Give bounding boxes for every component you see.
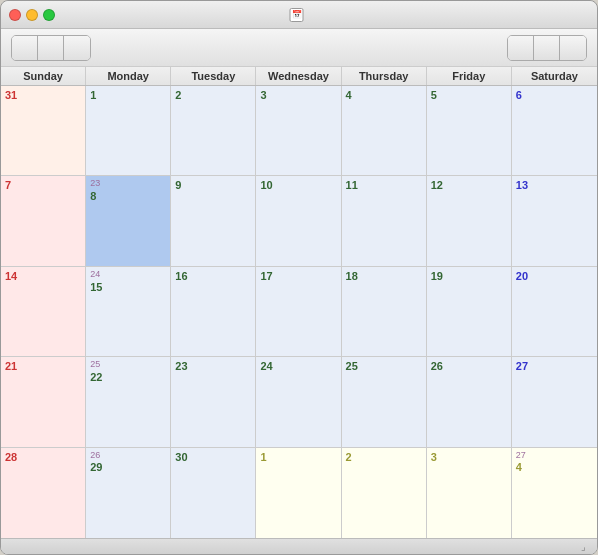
day-number: 15: [90, 280, 166, 295]
day-cell-w3-d1[interactable]: 2522: [86, 357, 171, 446]
day-cell-w0-d4[interactable]: 4: [342, 86, 427, 175]
day-cell-w3-d6[interactable]: 27: [512, 357, 597, 446]
day-number: 28: [5, 450, 81, 465]
week-number: 26: [90, 450, 166, 461]
day-cell-w1-d3[interactable]: 10: [256, 176, 341, 265]
day-cell-w0-d5[interactable]: 5: [427, 86, 512, 175]
day-number: 21: [5, 359, 81, 374]
day-number: 2: [175, 88, 251, 103]
day-cell-w1-d0[interactable]: 7: [1, 176, 86, 265]
day-number: 16: [175, 269, 251, 284]
day-number: 27: [516, 359, 593, 374]
nav-group: [11, 35, 91, 61]
day-number: 25: [346, 359, 422, 374]
header-wednesday: Wednesday: [256, 67, 341, 85]
resize-corner[interactable]: ⌟: [581, 541, 593, 553]
view-buttons: [507, 35, 587, 61]
day-cell-w1-d4[interactable]: 11: [342, 176, 427, 265]
day-number: 18: [346, 269, 422, 284]
day-number: 4: [516, 460, 593, 475]
calendar-window: 📅 Sunday Monday Tuesday Wednesday Thursd…: [0, 0, 598, 555]
calendar-body: 3112345672389101112131424151617181920212…: [1, 86, 597, 538]
close-button[interactable]: [9, 9, 21, 21]
day-cell-w2-d0[interactable]: 14: [1, 267, 86, 356]
day-view-button[interactable]: [560, 36, 586, 60]
week-number: 23: [90, 178, 166, 189]
day-cell-w4-d1[interactable]: 2629: [86, 448, 171, 538]
day-cell-w0-d3[interactable]: 3: [256, 86, 341, 175]
day-number: 22: [90, 370, 166, 385]
week-row-2: 1424151617181920: [1, 267, 597, 357]
day-cell-w2-d4[interactable]: 18: [342, 267, 427, 356]
day-cell-w4-d5[interactable]: 3: [427, 448, 512, 538]
day-cell-w0-d0[interactable]: 31: [1, 86, 86, 175]
day-cell-w4-d2[interactable]: 30: [171, 448, 256, 538]
statusbar: ⌟: [1, 538, 597, 554]
day-cell-w3-d5[interactable]: 26: [427, 357, 512, 446]
minimize-button[interactable]: [26, 9, 38, 21]
day-number: 11: [346, 178, 422, 193]
header-monday: Monday: [86, 67, 171, 85]
day-cell-w4-d4[interactable]: 2: [342, 448, 427, 538]
day-number: 24: [260, 359, 336, 374]
calendar-icon: 📅: [290, 8, 304, 22]
day-cell-w1-d6[interactable]: 13: [512, 176, 597, 265]
maximize-button[interactable]: [43, 9, 55, 21]
day-cell-w1-d1[interactable]: 238: [86, 176, 171, 265]
toolbar: [1, 29, 597, 67]
week-number: 24: [90, 269, 166, 280]
day-cell-w2-d2[interactable]: 16: [171, 267, 256, 356]
week-row-0: 31123456: [1, 86, 597, 176]
day-cell-w1-d5[interactable]: 12: [427, 176, 512, 265]
day-number: 17: [260, 269, 336, 284]
header-tuesday: Tuesday: [171, 67, 256, 85]
header-sunday: Sunday: [1, 67, 86, 85]
day-cell-w3-d3[interactable]: 24: [256, 357, 341, 446]
header-saturday: Saturday: [512, 67, 597, 85]
day-cell-w4-d3[interactable]: 1: [256, 448, 341, 538]
next-button[interactable]: [64, 36, 90, 60]
day-cell-w0-d2[interactable]: 2: [171, 86, 256, 175]
day-cell-w4-d6[interactable]: 274: [512, 448, 597, 538]
day-cell-w2-d5[interactable]: 19: [427, 267, 512, 356]
day-cell-w4-d0[interactable]: 28: [1, 448, 86, 538]
day-number: 23: [175, 359, 251, 374]
day-number: 10: [260, 178, 336, 193]
week-row-4: 28262930123274: [1, 448, 597, 538]
day-cell-w2-d6[interactable]: 20: [512, 267, 597, 356]
week-number: 27: [516, 450, 593, 461]
day-number: 4: [346, 88, 422, 103]
day-number: 1: [90, 88, 166, 103]
titlebar: 📅: [1, 1, 597, 29]
day-cell-w2-d3[interactable]: 17: [256, 267, 341, 356]
day-number: 26: [431, 359, 507, 374]
day-cell-w3-d2[interactable]: 23: [171, 357, 256, 446]
week-view-button[interactable]: [534, 36, 560, 60]
window-title: 📅: [290, 8, 309, 22]
day-number: 9: [175, 178, 251, 193]
day-cell-w1-d2[interactable]: 9: [171, 176, 256, 265]
day-cell-w0-d6[interactable]: 6: [512, 86, 597, 175]
month-view-button[interactable]: [508, 36, 534, 60]
day-number: 2: [346, 450, 422, 465]
day-number: 30: [175, 450, 251, 465]
day-cell-w3-d0[interactable]: 21: [1, 357, 86, 446]
traffic-lights: [9, 9, 55, 21]
header-thursday: Thursday: [342, 67, 427, 85]
day-number: 19: [431, 269, 507, 284]
today-button[interactable]: [38, 36, 64, 60]
day-number: 6: [516, 88, 593, 103]
week-row-3: 2125222324252627: [1, 357, 597, 447]
prev-button[interactable]: [12, 36, 38, 60]
day-number: 13: [516, 178, 593, 193]
day-number: 29: [90, 460, 166, 475]
day-cell-w0-d1[interactable]: 1: [86, 86, 171, 175]
day-number: 12: [431, 178, 507, 193]
day-number: 1: [260, 450, 336, 465]
day-number: 3: [431, 450, 507, 465]
day-cell-w2-d1[interactable]: 2415: [86, 267, 171, 356]
week-row-1: 7238910111213: [1, 176, 597, 266]
day-headers: Sunday Monday Tuesday Wednesday Thursday…: [1, 67, 597, 86]
calendar-grid: Sunday Monday Tuesday Wednesday Thursday…: [1, 67, 597, 538]
day-cell-w3-d4[interactable]: 25: [342, 357, 427, 446]
